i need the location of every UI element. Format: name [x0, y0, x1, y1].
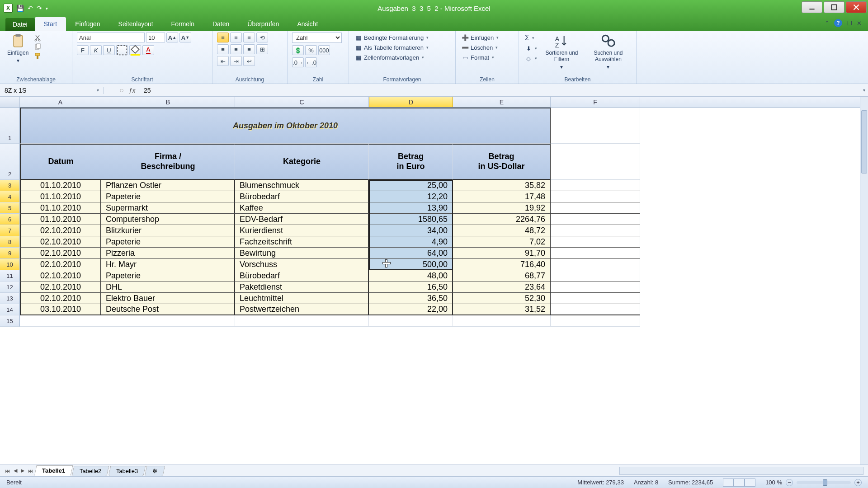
file-tab[interactable]: Datei [5, 18, 35, 31]
cell[interactable]: Papeterie [101, 191, 235, 202]
grow-font-icon[interactable]: A▲ [166, 33, 178, 42]
row-header[interactable]: 8 [0, 236, 20, 248]
col-header-c[interactable]: C [235, 97, 369, 107]
align-bottom-icon[interactable]: ≡ [243, 33, 255, 42]
format-painter-icon[interactable] [34, 52, 41, 60]
conditional-formatting-button[interactable]: ▦Bedingte Formatierung▾ [354, 33, 430, 42]
tab-daten[interactable]: Daten [203, 17, 238, 31]
number-format-select[interactable]: Zahl [292, 33, 342, 43]
row-header[interactable]: 6 [0, 214, 20, 225]
cell[interactable]: Kurierdienst [235, 225, 369, 236]
cell[interactable]: 02.10.2010 [20, 248, 101, 259]
sheet-tab-3[interactable]: Tabelle3 [108, 466, 146, 476]
bold-button[interactable]: F [77, 45, 89, 55]
fx-icon[interactable]: ƒx [127, 87, 137, 94]
italic-button[interactable]: K [90, 45, 102, 55]
zoom-out-icon[interactable]: − [786, 479, 793, 486]
minimize-ribbon-icon[interactable]: ⌃ [825, 20, 830, 27]
borders-icon[interactable] [116, 45, 128, 55]
close-button[interactable] [846, 1, 867, 13]
minimize-button[interactable] [802, 1, 822, 13]
cell[interactable]: 52,30 [453, 293, 551, 304]
save-icon[interactable]: 💾 [16, 5, 24, 12]
qat-dropdown-icon[interactable]: ▾ [46, 6, 48, 11]
paste-button[interactable]: Einfügen▾ [5, 33, 31, 65]
cell[interactable]: Bewirtung [235, 248, 369, 259]
cell[interactable]: Elektro Bauer [101, 293, 235, 304]
delete-cells-button[interactable]: ➖Löschen▾ [460, 43, 499, 52]
maximize-button[interactable] [824, 1, 844, 13]
cell[interactable]: Blitzkurier [101, 225, 235, 236]
cell[interactable]: 01.10.2010 [20, 202, 101, 214]
row-header[interactable]: 4 [0, 191, 20, 202]
font-color-icon[interactable]: A [142, 45, 154, 55]
row-header[interactable]: 3 [0, 180, 20, 191]
cell[interactable]: Leuchtmittel [235, 293, 369, 304]
col-header-e[interactable]: E [453, 97, 551, 107]
name-box[interactable]: 8Z x 1S▾ [0, 87, 104, 94]
cell[interactable]: Deutsche Post [101, 304, 235, 315]
increase-decimal-icon[interactable]: .0→ [292, 57, 304, 67]
cell[interactable]: 22,00 [369, 304, 453, 315]
cell[interactable]: 48,00 [369, 270, 453, 282]
sheet-tab-1[interactable]: Tabelle1 [34, 465, 73, 476]
merge-icon[interactable]: ⊞ [256, 44, 268, 54]
cell[interactable]: 02.10.2010 [20, 225, 101, 236]
decrease-decimal-icon[interactable]: ←.0 [305, 57, 317, 67]
col-header-f[interactable]: F [551, 97, 640, 107]
row-header[interactable]: 11 [0, 270, 20, 282]
window-restore-icon[interactable]: ❐ [847, 20, 852, 27]
help-icon[interactable]: ? [834, 19, 842, 27]
row-header[interactable]: 15 [0, 315, 20, 327]
last-sheet-icon[interactable]: ⏭ [27, 468, 34, 474]
wrap-text-icon[interactable]: ↩ [243, 56, 255, 66]
copy-icon[interactable] [34, 43, 41, 51]
percent-icon[interactable]: % [305, 45, 317, 55]
cell[interactable]: 25,00 [369, 180, 453, 191]
cell[interactable]: 64,00 [369, 248, 453, 259]
comma-icon[interactable]: 000 [318, 45, 330, 55]
cell[interactable]: Paketdienst [235, 282, 369, 293]
window-close-inner-icon[interactable]: ✕ [857, 20, 862, 27]
row-header[interactable]: 13 [0, 293, 20, 304]
col-header-a[interactable]: A [20, 97, 101, 107]
cell-styles-button[interactable]: ▦Zellenformatvorlagen▾ [354, 53, 425, 61]
worksheet-grid[interactable]: 1 Ausgaben im Oktober 2010 2 Datum Firma… [0, 108, 868, 327]
sort-filter-button[interactable]: AZ Sortieren und Filtern▾ [541, 33, 582, 71]
cell[interactable]: 02.10.2010 [20, 236, 101, 248]
orientation-icon[interactable]: ⟲ [256, 33, 268, 42]
align-left-icon[interactable]: ≡ [217, 44, 229, 54]
tab-seitenlayout[interactable]: Seitenlayout [109, 17, 162, 31]
row-header[interactable]: 9 [0, 248, 20, 259]
prev-sheet-icon[interactable]: ◀ [12, 468, 19, 474]
cell[interactable]: 23,64 [453, 282, 551, 293]
view-buttons[interactable] [723, 479, 755, 487]
cell[interactable]: 91,70 [453, 248, 551, 259]
cell[interactable]: 02.10.2010 [20, 270, 101, 282]
find-select-button[interactable]: Suchen und Auswählen▾ [585, 33, 632, 71]
clear-button[interactable]: ◇▾ [524, 54, 538, 62]
row-header[interactable]: 2 [0, 144, 20, 180]
cell[interactable]: 1580,65 [369, 214, 453, 225]
cell[interactable]: 17,48 [453, 191, 551, 202]
zoom-slider[interactable] [797, 481, 851, 484]
cell[interactable]: 2264,76 [453, 214, 551, 225]
fill-button[interactable]: ⬇▾ [524, 44, 538, 52]
header-betrag-usd[interactable]: Betrag in US-Dollar [453, 144, 551, 180]
format-as-table-button[interactable]: ▦Als Tabelle formatieren▾ [354, 43, 430, 52]
col-header-d[interactable]: D [369, 97, 453, 107]
cut-icon[interactable] [34, 34, 41, 42]
cell[interactable]: 01.10.2010 [20, 191, 101, 202]
align-center-icon[interactable]: ≡ [230, 44, 242, 54]
cancel-formula-icon[interactable]: ○ [119, 86, 124, 94]
align-right-icon[interactable]: ≡ [243, 44, 255, 54]
cell[interactable]: Bürobedarf [235, 191, 369, 202]
cell[interactable]: 34,00 [369, 225, 453, 236]
cell[interactable]: Hr. Mayr [101, 259, 235, 270]
sheet-title[interactable]: Ausgaben im Oktober 2010 [20, 108, 551, 144]
align-top-icon[interactable]: ≡ [217, 33, 229, 42]
cell[interactable]: Kaffee [235, 202, 369, 214]
cell[interactable]: Papeterie [101, 236, 235, 248]
cell[interactable]: Pflanzen Ostler [101, 180, 235, 191]
cell[interactable]: DHL [101, 282, 235, 293]
